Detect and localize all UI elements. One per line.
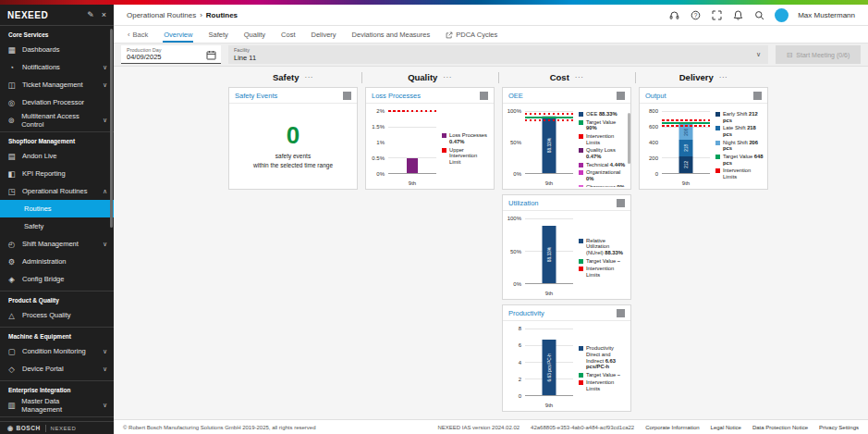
legend-swatch	[715, 112, 720, 117]
sidebar-item-operational-routines[interactable]: ◳ Operational Routines ∧	[0, 182, 114, 200]
legend-swatch	[579, 112, 583, 117]
sidebar-item-multitenant-access-control[interactable]: ⊚ Multitenant Access Control ∨	[0, 111, 114, 129]
column-menu-icon[interactable]: ···	[443, 74, 452, 81]
sidebar-scrollbar[interactable]	[110, 29, 113, 228]
sidebar-item-label: Shift Management	[22, 240, 79, 248]
legend-swatch	[579, 267, 583, 271]
legend-swatch	[579, 373, 583, 378]
legend-scrollbar[interactable]	[628, 113, 630, 164]
x-tick-label: 9th	[662, 180, 710, 186]
chevron-up-icon: ∧	[103, 188, 107, 195]
chart-legend: Loss Processes 0.47% Upper Intervention …	[442, 111, 490, 187]
sidebar-item-device-portal[interactable]: ◇ Device Portal ∨	[0, 360, 114, 378]
legend-item: Target Value –	[579, 372, 627, 378]
sidebar-item-kpi-reporting[interactable]: ◧ KPI Reporting	[0, 165, 114, 182]
tab-safety[interactable]: Safety	[207, 27, 228, 43]
bosch-anchor-icon: ◉	[7, 425, 14, 432]
sidebar-item-routines[interactable]: Routines	[0, 200, 114, 217]
sidebar-item-label: Operational Routines	[22, 187, 87, 195]
y-tick-label: 200	[649, 155, 658, 161]
y-tick-label: 1.5%	[372, 124, 385, 130]
chevron-down-icon: ∨	[103, 81, 107, 89]
legend-item: Organizational 0%	[579, 169, 627, 181]
bell-icon[interactable]	[732, 9, 744, 21]
tab-pdca-cycles[interactable]: PDCA Cycles	[445, 27, 498, 43]
card-title-output[interactable]: Output	[645, 92, 666, 100]
back-button[interactable]: ‹ Back	[127, 27, 149, 43]
card-expand-icon[interactable]	[617, 309, 625, 317]
tab-overview[interactable]: Overview	[163, 27, 193, 43]
chart-legend: Productivity Direct and Indirect 6.63 pc…	[579, 329, 627, 409]
card-expand-icon[interactable]	[753, 92, 762, 100]
sidebar-item-master-data-management[interactable]: ▥ Master Data Management ∨	[0, 396, 114, 414]
sidebar-item-dashboards[interactable]: ▦ Dashboards	[0, 41, 114, 58]
pencil-icon[interactable]: ✎	[87, 10, 94, 19]
production-day-field[interactable]: Production Day 04/09/2025	[121, 45, 221, 64]
x-tick-label: 9th	[525, 291, 573, 296]
legend-swatch	[442, 148, 446, 153]
sidebar-item-safety[interactable]: Safety	[0, 217, 114, 235]
column-title-delivery: Delivery	[679, 72, 714, 82]
user-name[interactable]: Max Mustermann	[798, 11, 855, 19]
close-icon[interactable]: ×	[102, 10, 106, 19]
sidebar-item-label: Config Bridge	[22, 275, 64, 283]
sidebar: NEXEED ✎ × Core Services ▦ Dashboards ◔ …	[0, 5, 114, 434]
tab-delivery[interactable]: Delivery	[310, 27, 336, 43]
sidebar-item-condition-monitoring[interactable]: ▢ Condition Monitoring ∨	[0, 342, 114, 360]
sidebar-item-administration[interactable]: ⚙ Administration	[0, 253, 114, 270]
card-title-productivity[interactable]: Productivity	[508, 309, 544, 317]
headset-icon[interactable]	[668, 9, 680, 21]
facility-select[interactable]: Facility Line 11 ∨	[228, 45, 768, 64]
column-title-safety: Safety	[273, 72, 300, 82]
legend-item: Late Shift 218 pcs	[715, 125, 764, 137]
start-meeting-button[interactable]: ⊟ Start Meeting (0/6)	[776, 45, 861, 64]
board-content: Safety ··· Safety Events 0 safety events	[114, 67, 868, 419]
sidebar-item-andon-live[interactable]: ▤ Andon Live	[0, 147, 114, 165]
card-expand-icon[interactable]	[617, 199, 625, 207]
footer-link-data-protection-notice[interactable]: Data Protection Notice	[752, 425, 808, 430]
y-tick-label: 2%	[376, 108, 385, 114]
tab-cost[interactable]: Cost	[280, 27, 296, 43]
y-tick-label: 50%	[510, 249, 521, 254]
legend-item: Quality Loss 0.47%	[579, 147, 627, 159]
column-menu-icon[interactable]: ···	[575, 74, 584, 81]
card-title-safety-events[interactable]: Safety Events	[235, 92, 277, 100]
column-menu-icon[interactable]: ···	[719, 74, 728, 81]
target-line	[662, 122, 710, 124]
search-icon[interactable]	[753, 9, 765, 21]
card-expand-icon[interactable]	[480, 92, 488, 100]
tab-deviations-and-measures[interactable]: Deviations and Measures	[351, 27, 432, 43]
legend-swatch	[579, 170, 583, 175]
legend-item: Early Shift 212 pcs	[715, 111, 764, 123]
sidebar-item-config-bridge[interactable]: ◈ Config Bridge	[0, 270, 114, 288]
footer-link-legal-notice[interactable]: Legal Notice	[711, 425, 741, 430]
card-oee: OEE 100% 50% 0%	[502, 87, 631, 190]
safety-events-caption: within the selected time range	[253, 161, 333, 169]
sidebar-item-notifications[interactable]: ◔ Notifications ∨	[0, 58, 114, 76]
tab-quality[interactable]: Quality	[243, 27, 266, 43]
card-title-utilization[interactable]: Utilization	[508, 199, 539, 207]
legend-swatch	[715, 141, 720, 145]
sidebar-item-ticket-management[interactable]: ◫ Ticket Management ∨	[0, 76, 114, 93]
footer-link-privacy-settings[interactable]: Privacy Settings	[819, 425, 859, 430]
help-icon[interactable]: ?	[690, 9, 702, 21]
card-loss-processes: Loss Processes 2% 1.5% 1% 0.5% 0%	[365, 87, 495, 190]
bar-value-label: 6.63 pcs/PC-h	[547, 353, 552, 381]
card-title-oee[interactable]: OEE	[508, 92, 523, 100]
sidebar-item-shift-management[interactable]: ◴ Shift Management ∨	[0, 235, 114, 253]
fullscreen-icon[interactable]	[711, 9, 723, 21]
card-expand-icon[interactable]	[343, 92, 351, 100]
avatar[interactable]	[775, 8, 789, 22]
sidebar-item-process-quality[interactable]: △ Process Quality	[0, 306, 114, 324]
sidebar-item-deviation-processor[interactable]: ◎ Deviation Processor	[0, 93, 114, 111]
gear-icon: ⚙	[6, 257, 17, 267]
footer-link-corporate-information[interactable]: Corporate Information	[645, 425, 699, 430]
legend-swatch	[715, 155, 720, 159]
breadcrumb-parent[interactable]: Operational Routines	[127, 11, 196, 19]
column-menu-icon[interactable]: ···	[305, 74, 314, 81]
card-expand-icon[interactable]	[617, 92, 625, 100]
tab-bar: ‹ Back Overview Safety Quality Cost Deli…	[114, 26, 868, 43]
card-title-loss-processes[interactable]: Loss Processes	[372, 92, 421, 100]
upper-intervention-limit-line	[388, 110, 436, 112]
notifications-icon: ◔	[6, 63, 17, 72]
